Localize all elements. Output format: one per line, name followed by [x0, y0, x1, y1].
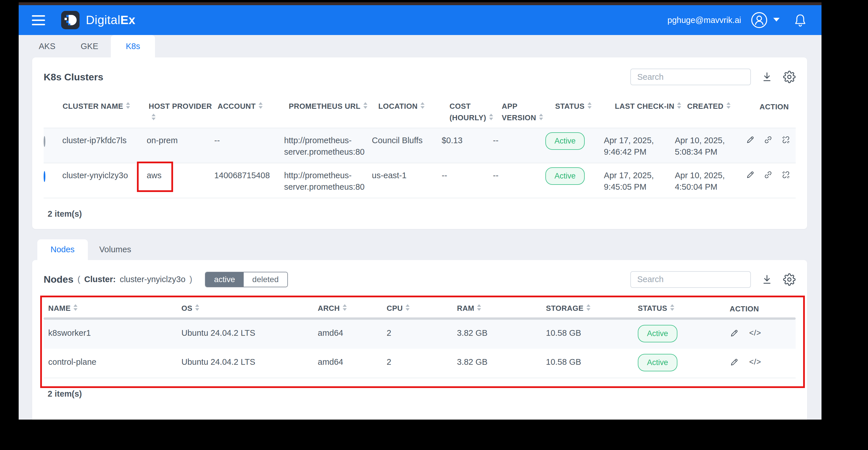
created: Apr 10, 2025, 5:08:34 PM [675, 135, 746, 158]
app-window: DigitalEx pghuge@mavvrik.ai AKS GKE K8s … [19, 2, 822, 420]
node-ram: 3.82 GB [457, 356, 546, 367]
row-radio[interactable] [43, 136, 45, 147]
sort-icon[interactable] [343, 304, 347, 311]
col-location[interactable]: LOCATION [378, 100, 450, 112]
account: -- [214, 135, 284, 146]
sort-icon[interactable] [539, 114, 544, 120]
col-ram[interactable]: RAM [457, 302, 546, 314]
nodes-table-header: NAME OS ARCH CPU RAM STORAGE STATUS ACTI… [43, 298, 796, 317]
node-name: control-plane [43, 356, 181, 367]
col-created[interactable]: CREATED [687, 100, 760, 112]
cluster-name: cluster-ip7kfdc7ls [62, 135, 147, 146]
col-last-check-in[interactable]: LAST CHECK-IN [615, 100, 687, 112]
link-icon[interactable] [764, 170, 773, 180]
table-row: control-plane Ubuntu 24.04.2 LTS amd64 2… [43, 349, 796, 378]
col-account[interactable]: ACCOUNT [218, 100, 289, 112]
unlink-icon[interactable] [781, 135, 790, 144]
sort-icon[interactable] [126, 102, 131, 109]
col-app-version[interactable]: APP VERSION [502, 100, 555, 124]
col-cluster-name[interactable]: CLUSTER NAME [63, 100, 149, 112]
sort-icon[interactable] [477, 304, 482, 311]
cluster-name: cluster-ynyiclzy3o [62, 170, 147, 181]
sort-icon[interactable] [670, 304, 675, 311]
node-os: Ubuntu 24.04.2 LTS [181, 327, 318, 339]
unlink-icon[interactable] [781, 170, 790, 180]
nodes-title: Nodes [43, 274, 73, 285]
edit-pencil-icon[interactable] [730, 358, 739, 367]
code-terminal-icon[interactable]: </> [749, 328, 761, 339]
detail-tabbar: Nodes Volumes [19, 239, 822, 260]
col-action: ACTION [730, 302, 796, 315]
user-avatar-icon[interactable] [751, 12, 768, 28]
row-radio-selected[interactable] [43, 171, 45, 182]
clusters-title: K8s Clusters [43, 71, 103, 83]
col-cpu[interactable]: CPU [386, 302, 457, 314]
status-badge: Active [546, 167, 585, 185]
app-header: DigitalEx pghuge@mavvrik.ai [19, 5, 822, 35]
col-arch[interactable]: ARCH [318, 302, 386, 314]
sort-icon[interactable] [152, 114, 156, 120]
account: 140068715408 [214, 170, 284, 181]
clusters-search-input[interactable] [630, 69, 751, 85]
prometheus-url: http://prometheus-server.prometheus:80 [284, 135, 372, 158]
tab-volumes[interactable]: Volumes [88, 239, 143, 260]
status-badge: Active [638, 354, 677, 372]
sort-icon[interactable] [73, 304, 78, 311]
status-badge: Active [546, 132, 585, 150]
horizontal-scrollbar[interactable] [43, 317, 796, 320]
col-action: ACTION [760, 100, 796, 112]
edit-pencil-icon[interactable] [746, 135, 755, 144]
col-prometheus-url[interactable]: PROMETHEUS URL [289, 100, 378, 112]
sort-icon[interactable] [195, 304, 200, 311]
edit-pencil-icon[interactable] [730, 329, 739, 338]
toggle-deleted-button[interactable]: deleted [244, 272, 287, 287]
sort-icon[interactable] [259, 102, 263, 109]
sort-icon[interactable] [489, 114, 494, 120]
sort-icon[interactable] [726, 102, 731, 109]
node-cpu: 2 [386, 356, 457, 367]
toggle-active-button[interactable]: active [206, 272, 244, 287]
hamburger-menu-icon[interactable] [32, 15, 45, 25]
sort-icon[interactable] [421, 102, 425, 109]
sort-icon[interactable] [363, 102, 368, 109]
notifications-bell-icon[interactable] [794, 13, 807, 27]
sort-icon[interactable] [406, 304, 410, 311]
account-caret-down-icon[interactable] [773, 18, 780, 25]
node-storage: 10.58 GB [546, 327, 638, 339]
nodes-table: NAME OS ARCH CPU RAM STORAGE STATUS ACTI… [43, 298, 796, 379]
sort-icon[interactable] [588, 102, 592, 109]
clusters-card: K8s Clusters CLUSTER NA [32, 57, 807, 229]
tab-aks[interactable]: AKS [26, 35, 68, 57]
nodes-settings-gear-icon[interactable] [783, 273, 796, 286]
node-ram: 3.82 GB [457, 327, 546, 339]
col-storage[interactable]: STORAGE [546, 302, 638, 314]
digitalex-logo-icon[interactable] [61, 11, 80, 29]
link-icon[interactable] [764, 135, 773, 144]
col-status[interactable]: STATUS [555, 100, 615, 112]
host-provider: aws [147, 171, 162, 180]
tab-nodes[interactable]: Nodes [37, 239, 88, 260]
status-badge: Active [638, 325, 677, 342]
col-status[interactable]: STATUS [638, 302, 730, 314]
sort-icon[interactable] [586, 304, 591, 311]
edit-pencil-icon[interactable] [746, 170, 755, 180]
active-deleted-toggle: active deleted [205, 272, 288, 287]
nodes-search-input[interactable] [630, 271, 751, 288]
clusters-download-button[interactable] [761, 71, 773, 83]
clusters-settings-gear-icon[interactable] [783, 71, 796, 83]
node-storage: 10.58 GB [546, 356, 638, 367]
last-check-in: Apr 17, 2025, 9:45:05 PM [604, 170, 675, 193]
nodes-items-count: 2 item(s) [43, 389, 796, 398]
nodes-download-button[interactable] [761, 274, 773, 285]
tab-gke[interactable]: GKE [68, 35, 111, 57]
host-provider: on-prem [147, 135, 214, 146]
col-os[interactable]: OS [181, 302, 318, 314]
user-email: pghuge@mavvrik.ai [668, 15, 741, 25]
col-cost-hourly[interactable]: COST (HOURLY) [450, 100, 502, 124]
tab-k8s[interactable]: K8s [111, 35, 155, 57]
annotation-box-host-provider: aws [147, 170, 162, 181]
sort-icon[interactable] [677, 102, 682, 109]
code-terminal-icon[interactable]: </> [749, 357, 761, 367]
col-name[interactable]: NAME [43, 302, 181, 314]
col-host-provider[interactable]: HOST PROVIDER [149, 100, 218, 124]
